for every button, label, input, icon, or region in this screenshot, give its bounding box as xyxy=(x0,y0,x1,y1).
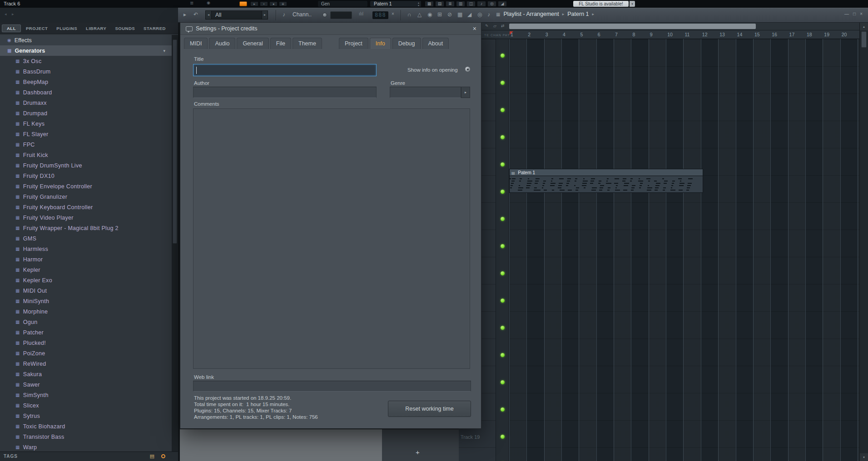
reset-working-time-button[interactable]: Reset working time xyxy=(388,401,471,417)
browser-item[interactable]: ▦ Sawer xyxy=(0,379,172,390)
browser-scrollbar[interactable] xyxy=(172,35,178,451)
weblink-input[interactable] xyxy=(193,381,471,392)
playlist-ruler[interactable]: TE CHAN PAT 1 2 3 4 5 6 7 8 xyxy=(459,30,859,39)
scroll-down-icon[interactable]: ▾ xyxy=(860,453,868,461)
close-button[interactable]: × xyxy=(860,11,863,16)
multilink-icon[interactable]: ⊘ xyxy=(447,11,452,18)
pencil-tool-icon[interactable]: ✎ xyxy=(485,24,489,28)
browser-item[interactable]: ▦ 3x Osc xyxy=(0,56,172,66)
browser-item[interactable]: ▦ Sakura xyxy=(0,369,172,379)
playlist-hscrollbar[interactable]: ✎ ▱ ⇄ xyxy=(459,23,868,30)
playlist-vscrollbar[interactable]: ▴ ▾ xyxy=(859,23,868,461)
browser-item[interactable]: ▦ Slicex xyxy=(0,400,172,411)
dialog-tab[interactable]: General xyxy=(237,38,268,49)
browser-item[interactable]: ▦ Ogun xyxy=(0,317,172,327)
precount-icon[interactable]: ◉ xyxy=(427,11,432,18)
precount-icon[interactable]: ◉ xyxy=(207,0,210,5)
channel-selector[interactable]: Chann.. xyxy=(293,11,312,18)
browser-item[interactable]: ▦ Warp xyxy=(0,442,172,451)
channel-display[interactable] xyxy=(330,11,352,19)
slip-tool-icon[interactable]: ⇄ xyxy=(501,24,505,28)
browser-tab[interactable]: PROJECT xyxy=(22,25,51,32)
chevron-right-icon[interactable]: ▸ xyxy=(12,12,14,16)
headphones-icon[interactable]: ∩ xyxy=(407,11,412,18)
dialog-tab[interactable]: Info xyxy=(370,38,391,49)
chevron-right-icon[interactable]: ▸ xyxy=(592,12,595,16)
browser-item[interactable]: ▦ Plucked! xyxy=(0,338,172,348)
browser-group-effects[interactable]: ◉ Effects xyxy=(0,35,172,45)
stop-button[interactable]: ▪ xyxy=(260,1,268,6)
track-mute-led[interactable] xyxy=(501,435,505,439)
record-dot-button[interactable]: ● xyxy=(269,1,278,6)
dialog-tab[interactable]: Theme xyxy=(293,38,322,49)
track-mute-led[interactable] xyxy=(501,217,505,221)
brush-tool-icon[interactable]: ▱ xyxy=(493,24,496,28)
pattern-clip[interactable]: ▤ Patern 1 xyxy=(509,169,703,193)
author-input[interactable] xyxy=(193,87,377,98)
browser-item[interactable]: ▦ BeepMap xyxy=(0,77,172,87)
channel-led-icon[interactable] xyxy=(322,13,327,17)
undo-icon[interactable]: ↶ xyxy=(193,11,198,18)
genre-dropdown-button[interactable]: ▸ xyxy=(461,87,470,98)
track-mute-led[interactable] xyxy=(501,135,505,139)
dialog-tab[interactable]: About xyxy=(422,38,449,49)
track-mute-led[interactable] xyxy=(501,244,505,248)
chevron-left-icon[interactable]: ◂ xyxy=(205,10,212,20)
scroll-up-icon[interactable]: ▴ xyxy=(860,23,868,30)
browser-item[interactable]: ▦ Toxic Biohazard xyxy=(0,421,172,432)
filter-combo[interactable]: ◂ All ▸ xyxy=(205,10,268,20)
browser-item[interactable]: ▦ FL Slayer xyxy=(0,129,172,139)
close-icon[interactable]: × xyxy=(473,25,476,32)
genre-input[interactable] xyxy=(390,87,461,98)
snap-window-icon[interactable]: ◢ xyxy=(498,1,507,7)
generator-display[interactable]: Gen xyxy=(318,1,367,7)
browser-item[interactable]: ▦ Fruit Kick xyxy=(0,150,172,160)
track-mute-led[interactable] xyxy=(501,162,505,167)
dialog-titlebar[interactable]: Settings - Project credits × xyxy=(180,23,481,35)
browser-item[interactable]: ▦ Kepler Exo xyxy=(0,275,172,285)
channel-rack-window-icon[interactable]: ≣ xyxy=(446,1,455,7)
play-icon[interactable]: ▸ xyxy=(184,11,186,18)
browser-item[interactable]: ▦ Transistor Bass xyxy=(0,432,172,442)
browser-tab[interactable]: LIBRARY xyxy=(82,25,110,32)
note-window-icon[interactable]: ♪ xyxy=(477,1,486,7)
menu-icon[interactable]: ≣ xyxy=(190,0,193,5)
browser-item[interactable]: ▦ PoiZone xyxy=(0,348,172,358)
browser-tab[interactable]: STARRED xyxy=(140,25,169,32)
typing-keyboard-icon[interactable]: ▦ xyxy=(457,11,462,18)
zoom-icon[interactable]: ◎ xyxy=(477,11,482,18)
browser-item[interactable]: ▦ Fruity Granulizer xyxy=(0,191,172,202)
browser-window-icon[interactable]: ◫ xyxy=(466,1,476,7)
zoom-window-icon[interactable]: ◎ xyxy=(487,1,496,7)
chevron-left-icon[interactable]: ◂ xyxy=(5,12,7,16)
dialog-tab[interactable]: Debug xyxy=(392,38,421,49)
browser-item[interactable]: ▦ Fruity Wrapper - Magical 8bit Plug 2 xyxy=(0,223,172,233)
update-notification[interactable]: FL Studio is available! ▾ xyxy=(573,1,629,7)
vscrollbar-thumb[interactable] xyxy=(861,31,867,48)
dialog-tab[interactable]: Project xyxy=(339,38,368,49)
chevron-right-icon[interactable]: ▸ xyxy=(262,10,268,20)
piano-roll-window-icon[interactable]: ▤ xyxy=(435,1,444,7)
search-icon[interactable] xyxy=(161,454,165,458)
chevron-down-icon[interactable]: ▾ xyxy=(630,1,635,7)
menu-small-button[interactable]: ≣ xyxy=(279,1,287,6)
track-mute-led[interactable] xyxy=(501,108,505,112)
track-mute-led[interactable] xyxy=(501,326,505,330)
snap-magnet-icon[interactable]: ◢ xyxy=(467,11,471,18)
browser-item[interactable]: ▦ Drumpad xyxy=(0,108,172,118)
browser-item[interactable]: ▦ Sytrus xyxy=(0,411,172,421)
track-mute-led[interactable] xyxy=(501,190,505,194)
preview-speaker-icon[interactable]: ♪ xyxy=(487,11,490,18)
chevron-down-icon[interactable]: ▾ xyxy=(163,49,165,53)
browser-item[interactable]: ▦ Drumaxx xyxy=(0,98,172,108)
dialog-tab[interactable]: Audio xyxy=(209,38,235,49)
playlist-window-icon[interactable]: ▦ xyxy=(425,1,434,7)
browser-item[interactable]: ▦ Fruity Envelope Controller xyxy=(0,181,172,191)
play-button[interactable]: ▸ xyxy=(250,1,258,6)
spinner-down-icon[interactable]: ▾ xyxy=(418,4,419,7)
browser-item[interactable]: ▦ BassDrum xyxy=(0,66,172,77)
browser-item[interactable]: ▦ Harmless xyxy=(0,244,172,254)
browser-item[interactable]: ▦ Fruity Video Player xyxy=(0,212,172,223)
track-mute-led[interactable] xyxy=(501,353,505,357)
browser-item[interactable]: ▦ MIDI Out xyxy=(0,285,172,296)
